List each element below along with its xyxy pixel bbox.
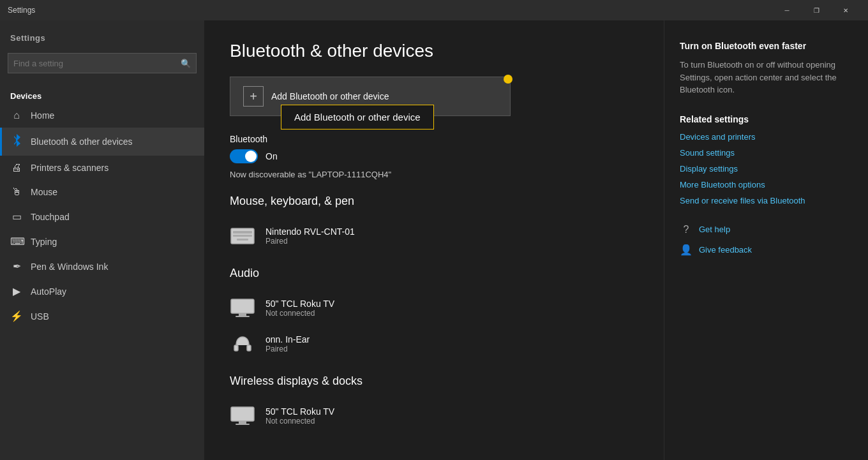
svg-rect-11	[236, 424, 250, 425]
device-status: Not connected	[266, 309, 334, 318]
sidebar-autoplay-label: AutoPlay	[31, 286, 66, 297]
sidebar: Settings 🔍 Devices ⌂ Home Bluetooth & ot…	[0, 20, 204, 460]
bluetooth-toggle[interactable]	[230, 149, 258, 163]
svg-rect-2	[233, 235, 252, 237]
svg-rect-3	[237, 239, 248, 241]
sidebar-item-autoplay[interactable]: ▶ AutoPlay	[0, 279, 204, 304]
device-name: Nintendo RVL-CNT-01	[266, 226, 355, 237]
app-body: Settings 🔍 Devices ⌂ Home Bluetooth & ot…	[0, 20, 868, 460]
sidebar-touchpad-label: Touchpad	[31, 212, 70, 222]
sidebar-item-printers[interactable]: 🖨 Printers & scanners	[0, 156, 204, 180]
get-help-item[interactable]: ? Get help	[680, 223, 853, 236]
bluetooth-icon	[10, 134, 23, 149]
autoplay-icon: ▶	[10, 285, 23, 297]
title-bar: Settings ─ ❐ ✕	[0, 0, 868, 20]
window-controls: ─ ❐ ✕	[772, 0, 860, 20]
toggle-row: On	[230, 149, 638, 163]
printer-icon: 🖨	[10, 162, 23, 174]
pen-icon: ✒	[10, 260, 23, 272]
search-box[interactable]: 🔍	[8, 53, 197, 73]
svg-rect-6	[236, 316, 250, 317]
tooltip-dot	[504, 75, 513, 84]
device-name: 50" TCL Roku TV	[266, 299, 334, 309]
touchpad-icon: ▭	[10, 211, 23, 223]
audio-section: Audio 50" TCL Roku TV Not connected	[230, 267, 638, 362]
sidebar-item-touchpad[interactable]: ▭ Touchpad	[0, 204, 204, 229]
turn-on-faster-desc: To turn Bluetooth on or off without open…	[680, 59, 853, 96]
sidebar-item-mouse[interactable]: 🖱 Mouse	[0, 180, 204, 204]
tooltip-text: Add Bluetooth or other device	[294, 112, 421, 122]
mouse-icon: 🖱	[10, 186, 23, 198]
sidebar-item-label: Home	[31, 110, 54, 121]
mouse-keyboard-section: Mouse, keyboard, & pen Nintendo RVL-CNT-…	[230, 195, 638, 254]
minimize-button[interactable]: ─	[772, 0, 802, 20]
get-help-icon: ?	[680, 223, 692, 236]
devices-printers-link[interactable]: Devices and printers	[680, 132, 853, 142]
sidebar-app-title: Settings	[0, 20, 204, 48]
device-info: onn. In-Ear Paired	[266, 334, 310, 353]
tooltip-box: Add Bluetooth or other device	[281, 105, 434, 130]
search-input[interactable]	[13, 59, 181, 68]
svg-rect-7	[234, 345, 238, 351]
svg-rect-9	[231, 407, 254, 421]
sidebar-printers-label: Printers & scanners	[31, 163, 108, 173]
home-icon: ⌂	[10, 110, 23, 121]
close-button[interactable]: ✕	[831, 0, 860, 20]
sound-settings-link[interactable]: Sound settings	[680, 148, 853, 158]
toggle-knob	[245, 151, 257, 162]
device-name: onn. In-Ear	[266, 334, 310, 345]
send-receive-bluetooth-link[interactable]: Send or receive files via Bluetooth	[680, 196, 853, 205]
sidebar-section-label: Devices	[0, 84, 204, 103]
tv-wireless-icon	[230, 403, 255, 429]
keyboard-device-icon	[230, 223, 255, 249]
add-device-label: Add Bluetooth or other device	[271, 91, 389, 101]
main-content: Bluetooth & other devices + Add Bluetoot…	[204, 20, 664, 460]
device-info: Nintendo RVL-CNT-01 Paired	[266, 226, 355, 246]
turn-on-faster-title: Turn on Bluetooth even faster	[680, 41, 853, 51]
sidebar-item-bluetooth[interactable]: Bluetooth & other devices	[0, 128, 204, 156]
sidebar-item-pen[interactable]: ✒ Pen & Windows Ink	[0, 254, 204, 279]
related-settings-title: Related settings	[680, 114, 853, 124]
list-item: 50" TCL Roku TV Not connected	[230, 398, 638, 434]
give-feedback-item[interactable]: 👤 Give feedback	[680, 244, 853, 256]
svg-rect-8	[247, 345, 251, 351]
svg-rect-5	[239, 313, 246, 316]
sidebar-item-typing[interactable]: ⌨ Typing	[0, 229, 204, 254]
device-status: Paired	[266, 237, 355, 246]
help-section: ? Get help 👤 Give feedback	[680, 223, 853, 256]
list-item: Nintendo RVL-CNT-01 Paired	[230, 218, 638, 254]
more-bluetooth-options-link[interactable]: More Bluetooth options	[680, 180, 853, 189]
svg-rect-10	[239, 421, 246, 424]
discoverable-text: Now discoverable as "LAPTOP-1111CQH4"	[230, 170, 638, 179]
sidebar-usb-label: USB	[31, 311, 49, 322]
list-item: onn. In-Ear Paired	[230, 326, 638, 362]
app-title: Settings	[8, 6, 772, 15]
sidebar-mouse-label: Mouse	[31, 187, 57, 197]
audio-title: Audio	[230, 267, 638, 280]
maximize-button[interactable]: ❐	[802, 0, 831, 20]
device-name: 50" TCL Roku TV	[266, 406, 334, 417]
svg-rect-1	[233, 231, 252, 234]
get-help-label: Get help	[699, 225, 730, 234]
sidebar-item-usb[interactable]: ⚡ USB	[0, 304, 204, 329]
add-icon: +	[243, 86, 264, 107]
sidebar-pen-label: Pen & Windows Ink	[31, 262, 108, 272]
device-info: 50" TCL Roku TV Not connected	[266, 299, 334, 318]
give-feedback-label: Give feedback	[699, 245, 752, 255]
page-title: Bluetooth & other devices	[230, 41, 638, 61]
search-icon: 🔍	[181, 59, 191, 68]
bluetooth-section: Bluetooth On Now discoverable as "LAPTOP…	[230, 134, 638, 179]
wireless-displays-section: Wireless displays & docks 50" TCL Roku T…	[230, 375, 638, 434]
sidebar-bluetooth-label: Bluetooth & other devices	[31, 137, 133, 147]
right-panel: Turn on Bluetooth even faster To turn Bl…	[664, 20, 868, 460]
device-status: Paired	[266, 345, 310, 353]
give-feedback-icon: 👤	[680, 244, 692, 256]
usb-icon: ⚡	[10, 310, 23, 322]
svg-rect-4	[231, 299, 254, 313]
list-item: 50" TCL Roku TV Not connected	[230, 290, 638, 326]
sidebar-item-home[interactable]: ⌂ Home	[0, 103, 204, 128]
bluetooth-label: Bluetooth	[230, 134, 638, 144]
display-settings-link[interactable]: Display settings	[680, 164, 853, 174]
sidebar-typing-label: Typing	[31, 237, 57, 247]
typing-icon: ⌨	[10, 235, 23, 248]
